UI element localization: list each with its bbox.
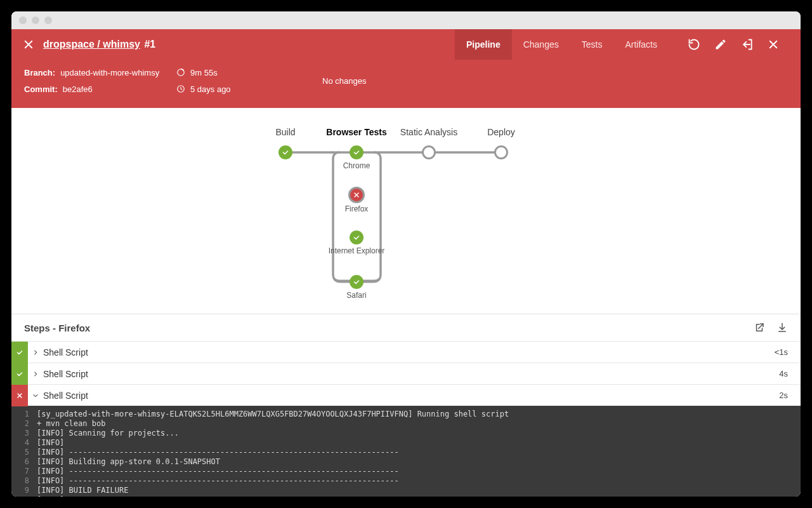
run-header: dropspace / whimsy #1 Pipeline Changes T… xyxy=(11,29,801,108)
branch-value: updated-with-more-whimsy xyxy=(60,68,159,77)
node-firefox-label: Firefox xyxy=(345,204,369,213)
window-titlebar xyxy=(11,11,801,29)
step-time: 4s xyxy=(779,369,801,378)
steps-header: Steps - Firefox xyxy=(24,323,90,333)
console-line: 7[INFO] --------------------------------… xyxy=(11,467,801,476)
commit-value: be2afe6 xyxy=(63,84,93,94)
node-safari-label: Safari xyxy=(346,291,366,300)
tab-changes[interactable]: Changes xyxy=(512,29,570,60)
node-ie-label: Internet Explorer xyxy=(322,246,391,255)
edit-icon[interactable] xyxy=(714,38,727,51)
node-static-status[interactable] xyxy=(422,145,436,159)
project-link[interactable]: dropspace / whimsy xyxy=(43,39,140,50)
console-line: 8[INFO] --------------------------------… xyxy=(11,476,801,486)
console-line: 6[INFO] Building app-store 0.0.1-SNAPSHO… xyxy=(11,457,801,467)
step-time: <1s xyxy=(775,347,801,357)
window-maximize-dot[interactable] xyxy=(44,17,52,24)
stage-browser-tests[interactable]: Browser Tests xyxy=(326,127,386,137)
chevron-down-icon xyxy=(28,392,43,399)
tab-artifacts[interactable]: Artifacts xyxy=(613,29,669,60)
stage-build[interactable]: Build xyxy=(275,127,295,137)
node-safari-status[interactable] xyxy=(350,275,363,289)
node-firefox-status[interactable] xyxy=(348,187,365,203)
pipeline-graph: Build Browser Tests Static Analysis Depl… xyxy=(11,108,801,314)
rerun-icon[interactable] xyxy=(688,38,700,51)
exit-icon[interactable] xyxy=(741,38,754,51)
console-line: 1[sy_updated-with-more-whimsy-ELATQKS2L5… xyxy=(11,410,801,419)
node-ie-status[interactable] xyxy=(350,231,363,244)
changes-value: No changes xyxy=(322,76,366,86)
build-number: #1 xyxy=(144,39,155,50)
console-line: 10[INFO] -------------------------------… xyxy=(11,495,801,497)
close-header-icon[interactable] xyxy=(768,39,779,50)
node-chrome-status[interactable] xyxy=(350,145,363,159)
close-icon[interactable] xyxy=(23,39,34,50)
tab-pipeline[interactable]: Pipeline xyxy=(455,29,512,60)
step-name: Shell Script xyxy=(43,347,88,358)
header-nav: Pipeline Changes Tests Artifacts xyxy=(455,29,669,60)
duration-icon xyxy=(176,68,185,77)
step-row[interactable]: Shell Script <1s xyxy=(11,341,801,363)
console-line: 9[INFO] BUILD FAILURE xyxy=(11,486,801,495)
console-line: 5[INFO] --------------------------------… xyxy=(11,448,801,457)
tab-tests[interactable]: Tests xyxy=(570,29,614,60)
when-value: 5 days ago xyxy=(190,84,231,94)
step-name: Shell Script xyxy=(43,369,88,379)
node-build-status[interactable] xyxy=(278,145,292,159)
console-output: 1[sy_updated-with-more-whimsy-ELATQKS2L5… xyxy=(11,406,801,497)
node-chrome-label: Chrome xyxy=(343,161,370,170)
download-icon[interactable] xyxy=(776,322,788,333)
chevron-right-icon xyxy=(28,349,43,356)
commit-label: Commit: xyxy=(24,84,58,94)
node-deploy-status[interactable] xyxy=(494,145,508,159)
open-log-icon[interactable] xyxy=(754,322,765,333)
clock-icon xyxy=(176,84,185,93)
branch-label: Branch: xyxy=(24,68,55,77)
step-row[interactable]: Shell Script 2s xyxy=(11,384,801,406)
step-status-success xyxy=(11,363,28,385)
console-line: 3[INFO] Scanning for projects... xyxy=(11,429,801,438)
step-name: Shell Script xyxy=(43,391,88,401)
window-close-dot[interactable] xyxy=(19,17,27,24)
stage-static-analysis[interactable]: Static Analysis xyxy=(400,127,457,137)
step-row[interactable]: Shell Script 4s xyxy=(11,363,801,384)
step-time: 2s xyxy=(779,391,801,400)
duration-value: 9m 55s xyxy=(190,68,218,77)
stage-deploy[interactable]: Deploy xyxy=(487,127,515,137)
console-line: 4[INFO] xyxy=(11,438,801,448)
step-status-success xyxy=(11,342,28,363)
window-minimize-dot[interactable] xyxy=(32,17,39,24)
chevron-right-icon xyxy=(28,371,43,377)
step-status-fail xyxy=(11,385,28,406)
console-line: 2+ mvn clean bob xyxy=(11,419,801,429)
